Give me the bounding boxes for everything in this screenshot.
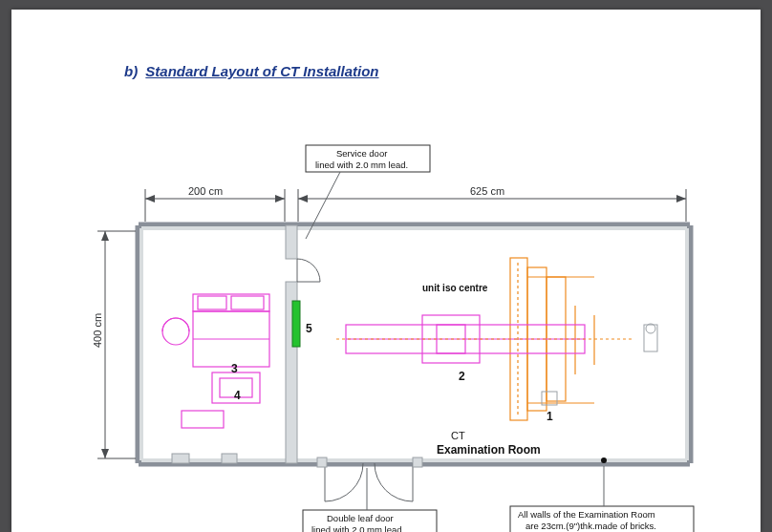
heading-title: Standard Layout of CT Installation (145, 63, 378, 79)
svg-rect-4 (172, 454, 189, 463)
svg-text:lined with 2.0 mm lead.: lined with 2.0 mm lead. (311, 524, 404, 532)
viewport: b) Standard Layout of CT Installation (0, 0, 772, 532)
svg-rect-5 (222, 454, 237, 463)
ct-scanner (336, 258, 657, 420)
callout-2: 2 (459, 370, 465, 383)
svg-rect-13 (231, 296, 264, 309)
svg-marker-41 (676, 195, 686, 202)
callout-1: 1 (547, 410, 553, 423)
svg-marker-46 (101, 231, 109, 241)
floorplan-diagram: 1 2 3 4 5 unit iso centre CT Examination… (59, 124, 728, 532)
floorplan-svg: 1 2 3 4 5 unit iso centre CT Examination… (59, 124, 728, 532)
lead-glass-window (292, 301, 300, 347)
svg-marker-34 (145, 195, 155, 202)
svg-text:Double leaf door: Double leaf door (327, 513, 394, 523)
svg-text:200 cm: 200 cm (188, 185, 223, 197)
heading-prefix: b) (124, 63, 138, 79)
walls-note-callout: All walls of the Examination Room are 23… (510, 458, 694, 532)
svg-text:are 23cm.(9")thk.made of brick: are 23cm.(9")thk.made of bricks. (525, 521, 656, 531)
svg-text:625 cm: 625 cm (470, 185, 504, 197)
control-console-group (162, 294, 269, 428)
svg-rect-18 (182, 411, 224, 428)
dim-right-width: 625 cm (298, 185, 686, 222)
svg-rect-0 (286, 225, 297, 259)
svg-text:lined with 2.0 mm lead.: lined with 2.0 mm lead. (315, 160, 408, 170)
callout-3: 3 (231, 362, 238, 375)
document-page: b) Standard Layout of CT Installation (11, 10, 761, 532)
svg-text:Service door: Service door (336, 148, 387, 159)
ct-label-line2: Examination Room (437, 443, 541, 457)
svg-marker-47 (101, 449, 109, 458)
svg-point-63 (601, 458, 607, 463)
callout-4: 4 (234, 389, 241, 402)
dim-height: 400 cm (92, 231, 136, 458)
iso-centre-label: unit iso centre (422, 283, 488, 293)
svg-rect-8 (317, 458, 327, 467)
ct-label-line1: CT (451, 430, 465, 441)
double-door-callout: Double leaf door lined with 2.0 mm lead. (303, 468, 437, 532)
callout-5: 5 (306, 322, 312, 335)
service-door (297, 259, 320, 282)
svg-text:All walls of the Examination R: All walls of the Examination Room (518, 509, 655, 520)
dim-left-width: 200 cm (145, 185, 285, 222)
svg-marker-35 (275, 195, 285, 202)
svg-marker-40 (298, 195, 308, 202)
section-heading: b) Standard Layout of CT Installation (124, 63, 379, 79)
svg-text:400 cm: 400 cm (92, 313, 103, 348)
svg-rect-9 (413, 458, 422, 467)
svg-rect-12 (198, 296, 226, 309)
